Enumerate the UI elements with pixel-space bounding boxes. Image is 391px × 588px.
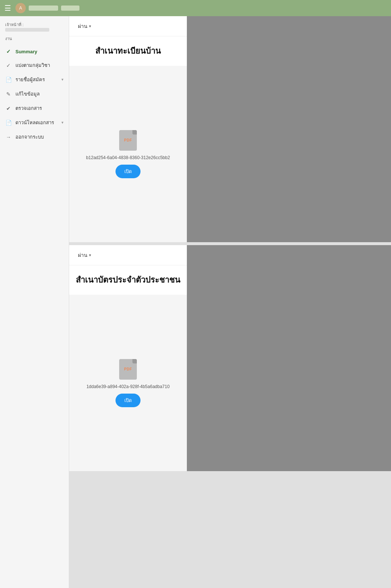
user-avatar: A — [15, 3, 26, 13]
groups-icon: ✓ — [5, 62, 12, 69]
sidebar-label-applicants: รายชื่อผู้สมัคร — [15, 76, 58, 83]
role-label: งาน — [0, 35, 69, 45]
sidebar-label-download: ดาวน์โหลดเอกสาร — [15, 119, 58, 126]
sidebar-item-summary[interactable]: ✓ Summary — [0, 45, 69, 58]
doc-body-1: PDF b12ad254-6a04-4838-8360-312e26cc5bb2… — [69, 66, 187, 242]
sidebar-label-edit: แก้ไขข้อมูล — [15, 90, 64, 98]
top-header: ☰ A — [0, 0, 391, 16]
sidebar-label-check-docs: ตรวจเอกสาร — [15, 104, 64, 112]
doc-body-2: PDF 1dda6e39-a894-402a-928f-4b5a6adba710… — [69, 295, 187, 471]
applicants-icon: 📄 — [5, 76, 12, 83]
header-username-blurred2 — [61, 6, 79, 11]
pdf-label-2: PDF — [124, 367, 132, 371]
doc-title-area-2: สำเนาบัตรประจำตัวประชาชน — [69, 265, 187, 295]
edit-icon: ✎ — [5, 91, 12, 97]
doc-header-row-2: ผ่าน ▾ — [69, 245, 187, 265]
pdf-label-1: PDF — [124, 138, 132, 142]
pdf-icon-1: PDF — [119, 130, 137, 151]
download-icon: 📄 — [5, 119, 12, 126]
doc-title-area-1: สำเนาทะเบียนบ้าน — [69, 36, 187, 66]
open-button-1[interactable]: เปิด — [115, 165, 141, 178]
open-button-2[interactable]: เปิด — [115, 394, 141, 407]
doc-right-2 — [187, 245, 391, 471]
dropdown-arrow-1: ▾ — [89, 24, 91, 29]
main-layout: เจ้าหน้าที่ : งาน ✓ Summary ✓ แบ่งตามกลุ… — [0, 16, 391, 588]
summary-icon: ✓ — [5, 48, 12, 55]
doc-right-1 — [187, 16, 391, 242]
sidebar-label-groups: แบ่งตามกลุ่มวิชา — [15, 61, 64, 69]
pdf-icon-2: PDF — [119, 359, 137, 380]
logout-icon: → — [5, 134, 12, 140]
sidebar-item-groups[interactable]: ✓ แบ่งตามกลุ่มวิชา — [0, 58, 69, 72]
doc-title-2: สำเนาบัตรประจำตัวประชาชน — [76, 275, 180, 286]
sidebar-item-edit[interactable]: ✎ แก้ไขข้อมูล — [0, 87, 69, 101]
download-chevron: ▾ — [61, 120, 64, 125]
sidebar-item-check-docs[interactable]: ✔ ตรวจเอกสาร — [0, 101, 69, 115]
content-area: ผ่าน ▾ สำเนาทะเบียนบ้าน PDF b12ad254-6a0… — [69, 16, 391, 588]
doc-left-1: ผ่าน ▾ สำเนาทะเบียนบ้าน PDF b12ad254-6a0… — [69, 16, 187, 242]
pdf-filename-1: b12ad254-6a04-4838-8360-312e26cc5bb2 — [86, 155, 170, 160]
sidebar-label-logout: ออกจากระบบ — [15, 133, 64, 141]
document-section-1: ผ่าน ▾ สำเนาทะเบียนบ้าน PDF b12ad254-6a0… — [69, 16, 391, 242]
status-dropdown-1[interactable]: ผ่าน ▾ — [75, 21, 94, 32]
dropdown-arrow-2: ▾ — [89, 253, 91, 258]
sidebar-item-download[interactable]: 📄 ดาวน์โหลดเอกสาร ▾ — [0, 115, 69, 130]
header-username-blurred — [29, 6, 58, 11]
check-docs-icon: ✔ — [5, 105, 12, 112]
sidebar-item-logout[interactable]: → ออกจากระบบ — [0, 130, 69, 144]
status-dropdown-2[interactable]: ผ่าน ▾ — [75, 250, 94, 261]
doc-header-row-1: ผ่าน ▾ — [69, 16, 187, 36]
sidebar-label-summary: Summary — [15, 49, 64, 54]
sidebar-item-applicants[interactable]: 📄 รายชื่อผู้สมัคร ▾ — [0, 72, 69, 87]
status-value-2: ผ่าน — [78, 251, 88, 259]
applicants-chevron: ▾ — [61, 77, 64, 82]
owner-value — [0, 28, 69, 35]
pdf-icon-container-2: PDF 1dda6e39-a894-402a-928f-4b5a6adba710… — [86, 359, 170, 407]
doc-title-1: สำเนาทะเบียนบ้าน — [95, 46, 161, 57]
doc-left-2: ผ่าน ▾ สำเนาบัตรประจำตัวประชาชน PDF 1dda… — [69, 245, 187, 471]
sidebar: เจ้าหน้าที่ : งาน ✓ Summary ✓ แบ่งตามกลุ… — [0, 16, 69, 588]
pdf-filename-2: 1dda6e39-a894-402a-928f-4b5a6adba710 — [86, 384, 170, 389]
section-divider-1 — [69, 242, 391, 245]
hamburger-icon[interactable]: ☰ — [4, 4, 11, 12]
header-user-area: A — [15, 3, 79, 13]
status-value-1: ผ่าน — [78, 22, 88, 30]
pdf-icon-container-1: PDF b12ad254-6a04-4838-8360-312e26cc5bb2… — [86, 130, 170, 178]
owner-label: เจ้าหน้าที่ : — [0, 19, 69, 28]
bottom-spacer — [69, 471, 391, 588]
document-section-2: ผ่าน ▾ สำเนาบัตรประจำตัวประชาชน PDF 1dda… — [69, 245, 391, 471]
